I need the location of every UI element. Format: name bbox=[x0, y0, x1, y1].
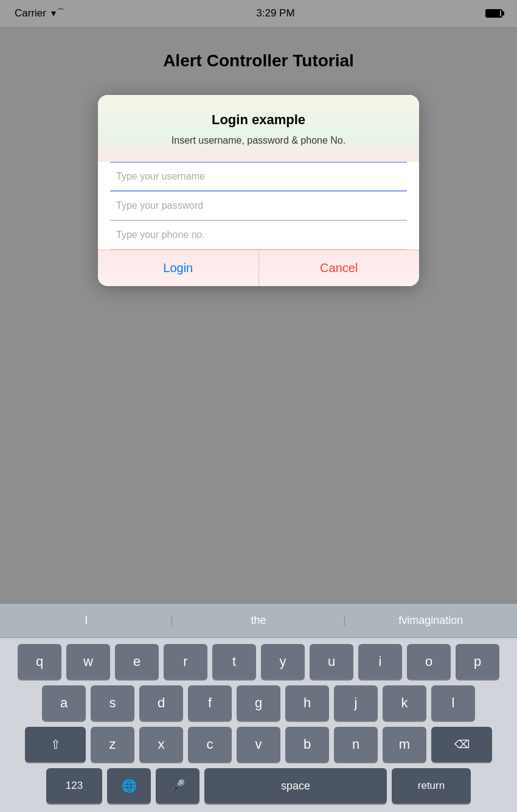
key-r[interactable]: r bbox=[164, 644, 207, 679]
key-d[interactable]: d bbox=[139, 685, 183, 721]
key-s[interactable]: s bbox=[91, 685, 134, 721]
username-input[interactable] bbox=[110, 162, 407, 191]
keyboard-row-3: ⇧ z x c v b n m ⌫ bbox=[4, 727, 513, 762]
key-e[interactable]: e bbox=[115, 644, 159, 679]
shift-key[interactable]: ⇧ bbox=[25, 727, 86, 762]
battery-fill bbox=[487, 10, 500, 16]
keyboard-rows: q w e r t y u i o p a s d f g h j k l ⇧ … bbox=[0, 638, 517, 812]
keyboard-row-2: a s d f g h j k l bbox=[4, 685, 513, 721]
key-w[interactable]: w bbox=[66, 644, 110, 679]
globe-key[interactable]: 🌐 bbox=[107, 768, 151, 803]
key-a[interactable]: a bbox=[42, 685, 86, 721]
key-f[interactable]: f bbox=[188, 685, 232, 721]
status-bar: Carrier ▾⌒ 3:29 PM bbox=[0, 0, 517, 27]
numbers-key[interactable]: 123 bbox=[46, 768, 102, 803]
carrier-label: Carrier bbox=[15, 7, 46, 19]
autocomplete-item-2[interactable]: the bbox=[172, 614, 344, 627]
login-dialog: Login example Insert username, password … bbox=[98, 95, 419, 286]
password-input[interactable] bbox=[110, 191, 407, 220]
key-i[interactable]: i bbox=[358, 644, 402, 679]
key-y[interactable]: y bbox=[261, 644, 305, 679]
key-z[interactable]: z bbox=[91, 727, 134, 762]
key-j[interactable]: j bbox=[334, 685, 378, 721]
app-title: Alert Controller Tutorial bbox=[163, 51, 354, 71]
status-left: Carrier ▾⌒ bbox=[15, 7, 66, 20]
keyboard-row-4: 123 🌐 🎤 space return bbox=[4, 768, 513, 808]
battery-icon bbox=[485, 9, 502, 18]
dialog-header: Login example Insert username, password … bbox=[98, 95, 419, 162]
key-l[interactable]: l bbox=[431, 685, 475, 721]
key-g[interactable]: g bbox=[237, 685, 280, 721]
key-q[interactable]: q bbox=[18, 644, 61, 679]
key-n[interactable]: n bbox=[334, 727, 378, 762]
space-key[interactable]: space bbox=[204, 768, 387, 803]
phone-input[interactable] bbox=[110, 220, 407, 250]
autocomplete-item-3[interactable]: fvimagination bbox=[345, 614, 517, 627]
key-v[interactable]: v bbox=[237, 727, 280, 762]
status-time: 3:29 PM bbox=[256, 7, 294, 19]
key-p[interactable]: p bbox=[456, 644, 499, 679]
key-c[interactable]: c bbox=[188, 727, 232, 762]
dialog-inputs bbox=[98, 162, 419, 250]
key-h[interactable]: h bbox=[285, 685, 329, 721]
key-u[interactable]: u bbox=[310, 644, 353, 679]
login-button[interactable]: Login bbox=[98, 250, 259, 286]
key-x[interactable]: x bbox=[139, 727, 183, 762]
keyboard-row-1: q w e r t y u i o p bbox=[4, 644, 513, 679]
delete-key[interactable]: ⌫ bbox=[431, 727, 492, 762]
cancel-button[interactable]: Cancel bbox=[259, 250, 420, 286]
autocomplete-item-1[interactable]: I bbox=[0, 614, 172, 627]
app-area: Alert Controller Tutorial Login example … bbox=[0, 27, 517, 604]
return-key[interactable]: return bbox=[392, 768, 471, 803]
dialog-title: Login example bbox=[117, 112, 400, 128]
microphone-key[interactable]: 🎤 bbox=[156, 768, 200, 803]
dialog-message: Insert username, password & phone No. bbox=[117, 134, 400, 147]
keyboard-area: I the fvimagination q w e r t y u i o p … bbox=[0, 604, 517, 812]
autocomplete-bar: I the fvimagination bbox=[0, 604, 517, 638]
key-m[interactable]: m bbox=[383, 727, 426, 762]
status-right bbox=[485, 9, 502, 18]
wifi-icon: ▾⌒ bbox=[51, 7, 66, 20]
key-t[interactable]: t bbox=[212, 644, 256, 679]
dialog-actions: Login Cancel bbox=[98, 250, 419, 286]
key-b[interactable]: b bbox=[285, 727, 329, 762]
key-k[interactable]: k bbox=[383, 685, 426, 721]
key-o[interactable]: o bbox=[407, 644, 451, 679]
